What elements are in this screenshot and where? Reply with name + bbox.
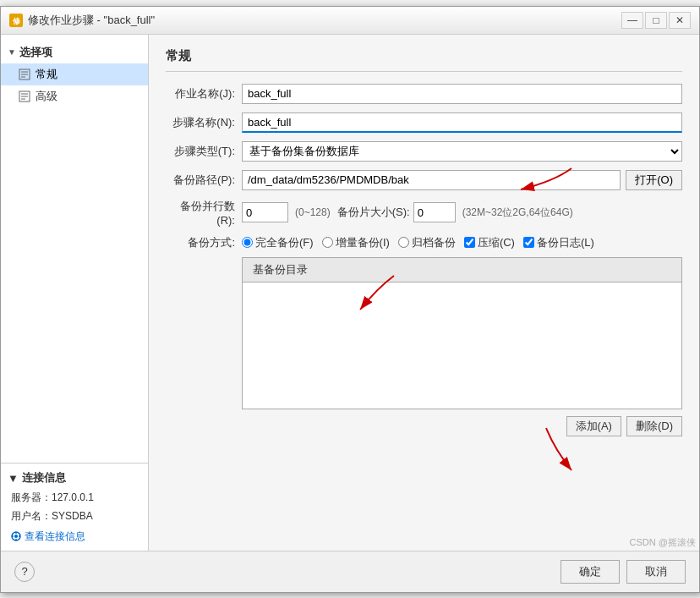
bottom-right: 确定 取消 — [561, 560, 686, 584]
content-area: ▼ 选择项 常规 — [1, 35, 699, 551]
compress-label: 压缩(C) — [478, 235, 515, 250]
server-value: 127.0.0.1 — [52, 491, 94, 503]
add-button[interactable]: 添加(A) — [566, 416, 621, 436]
sidebar: ▼ 选择项 常规 — [1, 35, 149, 551]
conn-header: ▼ 连接信息 — [8, 470, 141, 486]
delete-button[interactable]: 删除(D) — [626, 416, 682, 436]
maximize-button[interactable]: □ — [645, 12, 667, 29]
main-panel: 常规 作业名称(J): 步骤名称(N): 步骤类型(T): 基于备份集备份数据库… — [149, 35, 699, 551]
general-icon — [18, 68, 31, 81]
titlebar-controls: — □ ✕ — [621, 12, 691, 29]
step-type-label: 步骤类型(T): — [166, 144, 242, 159]
compress-checkbox-label[interactable]: 压缩(C) — [464, 235, 515, 250]
method-radio-group: 完全备份(F) 增量备份(I) 归档备份 压缩(C) — [242, 235, 594, 250]
titlebar: 修 修改作业步骤 - "back_full" — □ ✕ — [1, 7, 699, 35]
titlebar-left: 修 修改作业步骤 - "back_full" — [9, 13, 155, 28]
bottom-bar: ? 确定 取消 — [1, 551, 699, 592]
compress-checkbox[interactable] — [464, 237, 475, 248]
conn-link-label: 查看连接信息 — [25, 529, 85, 544]
step-type-row: 步骤类型(T): 基于备份集备份数据库 — [166, 141, 682, 162]
slice-label: 备份片大小(S): — [337, 205, 410, 220]
conn-details: 服务器：127.0.0.1 用户名：SYSDBA — [8, 489, 141, 525]
method-archive[interactable]: 归档备份 — [398, 235, 456, 250]
bottom-left: ? — [14, 562, 35, 582]
step-name-label: 步骤名称(N): — [166, 115, 242, 130]
conn-section-label: 连接信息 — [22, 470, 66, 486]
slice-input[interactable] — [413, 202, 456, 222]
cancel-button[interactable]: 取消 — [626, 560, 686, 584]
step-name-row: 步骤名称(N): — [166, 112, 682, 133]
parallel-input[interactable] — [242, 202, 288, 222]
svg-text:修: 修 — [12, 17, 21, 25]
section-arrow-icon: ▼ — [8, 47, 16, 57]
advanced-icon — [18, 90, 31, 103]
sidebar-top: ▼ 选择项 常规 — [1, 35, 148, 464]
job-name-input[interactable] — [242, 84, 682, 104]
confirm-button[interactable]: 确定 — [561, 560, 620, 584]
archive-backup-label: 归档备份 — [412, 235, 456, 250]
step-type-select[interactable]: 基于备份集备份数据库 — [242, 141, 682, 162]
open-button[interactable]: 打开(O) — [626, 170, 682, 190]
close-button[interactable]: ✕ — [669, 12, 691, 29]
base-backup-table: 基备份目录 — [242, 257, 682, 409]
backup-method-row: 备份方式: 完全备份(F) 增量备份(I) 归档备份 — [166, 235, 682, 250]
job-name-label: 作业名称(J): — [166, 86, 242, 101]
log-checkbox[interactable] — [523, 237, 534, 248]
archive-backup-radio[interactable] — [398, 237, 409, 248]
job-name-row: 作业名称(J): — [166, 84, 682, 104]
help-button[interactable]: ? — [14, 562, 35, 582]
step-name-input[interactable] — [242, 112, 682, 133]
svg-point-11 — [14, 535, 18, 538]
view-connection-link[interactable]: 查看连接信息 — [8, 529, 141, 544]
method-incremental[interactable]: 增量备份(I) — [322, 235, 390, 250]
full-backup-label: 完全备份(F) — [255, 235, 314, 250]
log-checkbox-label[interactable]: 备份日志(L) — [523, 235, 594, 250]
table-col-header: 基备份目录 — [249, 261, 503, 279]
sidebar-section-label: 选择项 — [19, 45, 52, 60]
user-row: 用户名：SYSDBA — [11, 507, 141, 526]
watermark: CSDN @摇滚侠 — [630, 536, 696, 549]
connection-info: ▼ 连接信息 服务器：127.0.0.1 用户名：SYSDBA — [1, 463, 148, 550]
method-full[interactable]: 完全备份(F) — [242, 235, 314, 250]
slice-hint: (32M~32位2G,64位64G) — [462, 206, 573, 220]
incremental-backup-radio[interactable] — [322, 237, 333, 248]
table-actions: 添加(A) 删除(D) — [242, 416, 682, 436]
window-title: 修改作业步骤 - "back_full" — [28, 13, 155, 28]
connection-icon — [11, 531, 21, 541]
backup-path-label: 备份路径(P): — [166, 173, 242, 188]
server-row: 服务器：127.0.0.1 — [11, 489, 141, 507]
parallel-hint: (0~128) — [295, 206, 331, 218]
backup-path-row: 备份路径(P): 打开(O) — [166, 170, 682, 190]
app-icon: 修 — [9, 14, 23, 27]
incremental-backup-label: 增量备份(I) — [336, 235, 390, 250]
panel-title: 常规 — [166, 48, 682, 72]
table-header-row: 基备份目录 — [243, 258, 681, 283]
method-label: 备份方式: — [166, 235, 242, 250]
conn-arrow-icon: ▼ — [8, 472, 19, 485]
backup-path-input[interactable] — [242, 170, 621, 190]
server-label: 服务器： — [11, 491, 52, 503]
minimize-button[interactable]: — — [621, 12, 643, 29]
parallel-row: 备份并行数(R): (0~128) 备份片大小(S): (32M~32位2G,6… — [166, 199, 682, 227]
full-backup-radio[interactable] — [242, 237, 253, 248]
sidebar-item-advanced[interactable]: 高级 — [1, 85, 148, 107]
sidebar-item-advanced-label: 高级 — [36, 89, 57, 104]
sidebar-section-header[interactable]: ▼ 选择项 — [1, 41, 148, 63]
parallel-label: 备份并行数(R): — [166, 199, 242, 227]
user-value: SYSDBA — [52, 510, 93, 522]
sidebar-item-general[interactable]: 常规 — [1, 63, 148, 85]
user-label: 用户名： — [11, 510, 52, 522]
main-window: 修 修改作业步骤 - "back_full" — □ ✕ ▼ 选择项 — [0, 6, 700, 593]
sidebar-item-general-label: 常规 — [36, 67, 57, 82]
log-label: 备份日志(L) — [537, 235, 594, 250]
